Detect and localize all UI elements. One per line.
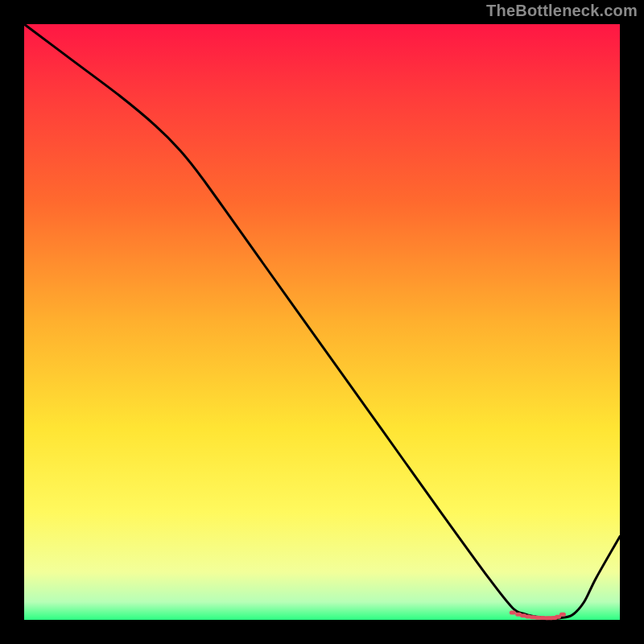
watermark-label: TheBottleneck.com [486,2,638,20]
marker-dot [510,611,516,615]
heat-gradient-panel [24,24,620,620]
chart-stage: { "watermark": "TheBottleneck.com", "col… [0,0,644,644]
marker-dot [559,613,566,617]
chart-svg [0,0,644,644]
